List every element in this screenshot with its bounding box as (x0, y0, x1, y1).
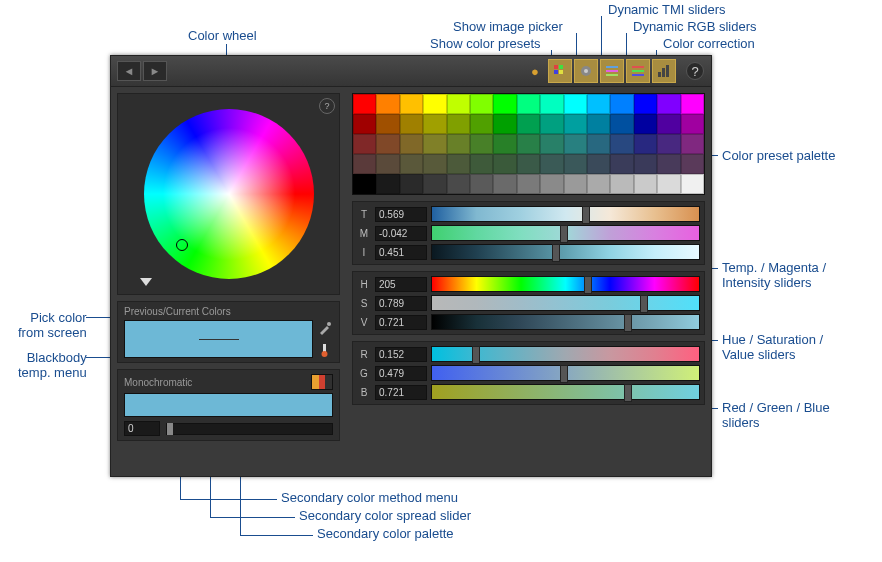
m-value[interactable]: -0.042 (375, 226, 427, 241)
preset-swatch[interactable] (493, 154, 516, 174)
preset-swatch[interactable] (493, 114, 516, 134)
preset-swatch[interactable] (540, 114, 563, 134)
i-value[interactable]: 0.451 (375, 245, 427, 260)
preset-swatch[interactable] (587, 154, 610, 174)
preset-swatch[interactable] (587, 174, 610, 194)
preset-swatch[interactable] (470, 134, 493, 154)
preset-swatch[interactable] (353, 114, 376, 134)
preset-swatch[interactable] (610, 134, 633, 154)
preset-swatch[interactable] (353, 174, 376, 194)
preset-swatch[interactable] (353, 134, 376, 154)
b-value[interactable]: 0.721 (375, 385, 427, 400)
preset-swatch[interactable] (447, 174, 470, 194)
preset-swatch[interactable] (353, 94, 376, 114)
preset-swatch[interactable] (493, 134, 516, 154)
dynamic-rgb-button[interactable] (626, 59, 650, 83)
preset-swatch[interactable] (564, 114, 587, 134)
slider-handle[interactable] (167, 423, 173, 435)
preset-swatch[interactable] (423, 94, 446, 114)
preset-swatch[interactable] (447, 134, 470, 154)
preset-swatch[interactable] (634, 154, 657, 174)
slider-handle[interactable] (584, 276, 592, 294)
preset-swatch[interactable] (657, 134, 680, 154)
preset-swatch[interactable] (423, 134, 446, 154)
preset-swatch[interactable] (657, 174, 680, 194)
preset-swatch[interactable] (587, 94, 610, 114)
preset-swatch[interactable] (681, 134, 704, 154)
preset-swatch[interactable] (447, 154, 470, 174)
preset-swatch[interactable] (400, 94, 423, 114)
show-image-picker-button[interactable] (574, 59, 598, 83)
preset-swatch[interactable] (493, 174, 516, 194)
b-slider[interactable] (431, 384, 700, 400)
preset-swatch[interactable] (400, 154, 423, 174)
slider-handle[interactable] (640, 295, 648, 313)
preset-swatch[interactable] (376, 174, 399, 194)
help-button[interactable]: ? (686, 62, 704, 80)
preset-swatch[interactable] (657, 114, 680, 134)
preset-swatch[interactable] (610, 174, 633, 194)
r-slider[interactable] (431, 346, 700, 362)
secondary-color-palette[interactable] (124, 393, 333, 417)
g-slider[interactable] (431, 365, 700, 381)
slider-handle[interactable] (560, 365, 568, 383)
preset-swatch[interactable] (470, 154, 493, 174)
t-value[interactable]: 0.569 (375, 207, 427, 222)
s-slider[interactable] (431, 295, 700, 311)
v-slider[interactable] (431, 314, 700, 330)
help-icon[interactable]: ? (319, 98, 335, 114)
preset-swatch[interactable] (634, 94, 657, 114)
preset-swatch[interactable] (517, 94, 540, 114)
color-correction-button[interactable] (652, 59, 676, 83)
preset-swatch[interactable] (540, 154, 563, 174)
slider-handle[interactable] (552, 244, 560, 262)
preset-swatch[interactable] (540, 174, 563, 194)
preset-swatch[interactable] (470, 94, 493, 114)
preset-swatch[interactable] (610, 154, 633, 174)
preset-swatch[interactable] (564, 134, 587, 154)
preset-swatch[interactable] (423, 154, 446, 174)
nav-forward-button[interactable]: ► (143, 61, 167, 81)
slider-handle[interactable] (472, 346, 480, 364)
preset-swatch[interactable] (610, 94, 633, 114)
secondary-method-menu[interactable]: Monochromatic (124, 377, 311, 388)
preset-swatch[interactable] (447, 94, 470, 114)
preset-swatch[interactable] (681, 114, 704, 134)
preset-swatch[interactable] (447, 114, 470, 134)
prev-current-swatch[interactable] (124, 320, 313, 358)
preset-swatch[interactable] (540, 134, 563, 154)
preset-swatch[interactable] (423, 114, 446, 134)
dynamic-tmi-button[interactable] (600, 59, 624, 83)
preset-swatch[interactable] (400, 114, 423, 134)
preset-swatch[interactable] (400, 134, 423, 154)
preset-swatch[interactable] (517, 114, 540, 134)
preset-swatch[interactable] (657, 154, 680, 174)
preset-swatch[interactable] (587, 114, 610, 134)
color-preset-grid[interactable] (352, 93, 705, 195)
i-slider[interactable] (431, 244, 700, 260)
preset-swatch[interactable] (376, 154, 399, 174)
preset-swatch[interactable] (634, 134, 657, 154)
preset-swatch[interactable] (353, 154, 376, 174)
slider-handle[interactable] (624, 314, 632, 332)
preset-swatch[interactable] (587, 134, 610, 154)
m-slider[interactable] (431, 225, 700, 241)
preset-swatch[interactable] (376, 114, 399, 134)
preset-swatch[interactable] (564, 154, 587, 174)
secondary-mode-icon[interactable] (311, 374, 333, 390)
droplet-icon[interactable]: ● (524, 60, 546, 82)
g-value[interactable]: 0.479 (375, 366, 427, 381)
eyedropper-button[interactable] (317, 320, 333, 336)
secondary-spread-value[interactable]: 0 (124, 421, 160, 436)
h-value[interactable]: 205 (375, 277, 427, 292)
preset-swatch[interactable] (493, 94, 516, 114)
preset-swatch[interactable] (681, 94, 704, 114)
blackbody-temp-menu[interactable] (317, 342, 333, 358)
nav-back-button[interactable]: ◄ (117, 61, 141, 81)
v-value[interactable]: 0.721 (375, 315, 427, 330)
preset-swatch[interactable] (564, 174, 587, 194)
preset-swatch[interactable] (634, 114, 657, 134)
preset-swatch[interactable] (681, 154, 704, 174)
s-value[interactable]: 0.789 (375, 296, 427, 311)
preset-swatch[interactable] (681, 174, 704, 194)
